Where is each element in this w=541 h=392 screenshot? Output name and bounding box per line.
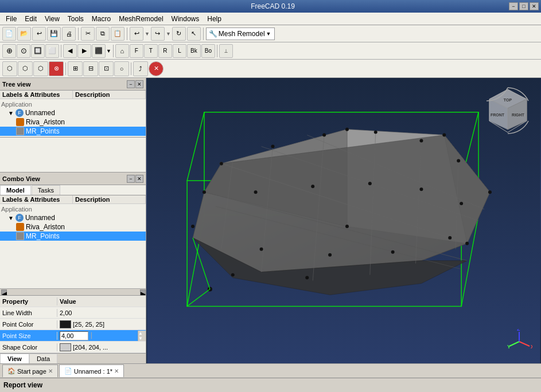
fit-all-button[interactable]: ⊕ (2, 44, 16, 58)
svg-point-41 (488, 190, 492, 194)
ortho-button[interactable]: ⟂ (219, 44, 233, 58)
view-top-button[interactable]: T (144, 44, 158, 58)
svg-line-58 (519, 342, 530, 346)
copy-button[interactable]: ⧉ (96, 27, 110, 41)
view-back-button[interactable]: Bk (187, 44, 201, 58)
menu-item-edit[interactable]: Edit (21, 14, 40, 24)
start-page-icon: 🏠 (7, 367, 15, 375)
cut-button[interactable]: ✂ (81, 27, 95, 41)
scroll-down-btn[interactable]: ▼ (138, 336, 146, 341)
mesh-tool10[interactable]: ✕ (149, 61, 164, 76)
list-item[interactable]: MR_Points (0, 127, 146, 136)
view-left-button[interactable]: L (173, 44, 186, 58)
menu-item-tools[interactable]: Tools (64, 14, 87, 24)
h-scroll-right[interactable]: ▶ (140, 289, 146, 295)
mesh-tool1[interactable]: ⬡ (2, 61, 17, 76)
redo-arrow: ▼ (166, 31, 171, 37)
svg-point-35 (460, 202, 463, 205)
tab-view[interactable]: View (0, 354, 29, 363)
props-row[interactable]: Point Size ▏ ▲ ▼ (0, 330, 146, 342)
view-home-button[interactable]: ⌂ (115, 44, 129, 58)
pointer-button[interactable]: ↖ (187, 27, 201, 41)
close-button[interactable]: ✕ (530, 2, 539, 10)
tree-view-section: Tree view − ✕ Labels & Attributes Descri… (0, 78, 146, 138)
paste-button[interactable]: 📋 (111, 27, 124, 41)
color-swatch (60, 320, 71, 328)
list-item[interactable]: ▼ F Unnamed (0, 108, 146, 117)
menu-bar: FileEditViewToolsMacroMeshRemodelWindows… (0, 13, 541, 25)
section-label: Application (1, 101, 32, 108)
svg-point-33 (368, 182, 372, 185)
back-button[interactable]: ◀ (63, 44, 77, 58)
menu-item-meshremodel[interactable]: MeshRemodel (115, 14, 166, 24)
menu-item-windows[interactable]: Windows (168, 14, 203, 24)
combo-close-btn[interactable]: ✕ (135, 175, 143, 183)
list-item[interactable]: MR_Points (0, 232, 146, 241)
tab-close-unnamed[interactable]: ✕ (114, 368, 119, 374)
list-item[interactable]: Riva_Ariston (0, 117, 146, 127)
mesh-tool5[interactable]: ⊞ (68, 61, 83, 76)
tab-close-start[interactable]: ✕ (48, 368, 53, 374)
h-scrollbar[interactable]: ◀ ▶ (0, 288, 146, 295)
view-right-button[interactable]: R (158, 44, 172, 58)
open-button[interactable]: 📂 (17, 27, 31, 41)
mesh-tool8[interactable]: ○ (114, 61, 129, 76)
menu-item-file[interactable]: File (2, 14, 20, 24)
menu-item-macro[interactable]: Macro (88, 14, 114, 24)
workbench-dropdown[interactable]: 🔧 Mesh Remodel ▼ (206, 28, 275, 40)
prop-col-header: Property (0, 297, 57, 305)
bottom-tabs-bar: 🏠 Start page ✕ 📄 Unnamed : 1* ✕ (0, 363, 541, 378)
refresh-button[interactable]: ↻ (172, 27, 186, 41)
toolbar-main: 📄 📂 ↩ 💾 🖨 ✂ ⧉ 📋 ↩ ▼ ↪ ▼ ↻ ↖ 🔧 Mesh Remod… (0, 25, 541, 42)
draw-style-button[interactable]: 🔲 (31, 44, 45, 58)
tab-start-page[interactable]: 🏠 Start page ✕ (2, 364, 58, 377)
mesh-tool9[interactable]: ⤴ (133, 61, 148, 76)
tree-minimize-btn[interactable]: − (127, 80, 135, 88)
redo-button[interactable]: ↪ (151, 27, 165, 41)
mesh-tool7[interactable]: ⊡ (99, 61, 114, 76)
mesh-tool4[interactable]: ⊗ (49, 61, 64, 76)
minimize-button[interactable]: − (509, 2, 518, 10)
separator1 (78, 28, 79, 40)
menu-item-view[interactable]: View (41, 14, 63, 24)
h-scroll-left[interactable]: ◀ (1, 289, 7, 295)
tree-close-btn[interactable]: ✕ (135, 80, 143, 88)
mesh-tool6[interactable]: ⊟ (83, 61, 98, 76)
3d-viewport[interactable]: TOP RIGHT FRONT X Y Z (146, 78, 541, 363)
nav-cube[interactable]: TOP RIGHT FRONT (484, 87, 532, 135)
scroll-up-btn[interactable]: ▲ (138, 331, 146, 336)
menu-item-help[interactable]: Help (204, 14, 225, 24)
undo-button[interactable]: ↩ (130, 27, 143, 41)
mesh-tool2[interactable]: ⬡ (18, 61, 33, 76)
view-front-button[interactable]: F (130, 44, 143, 58)
combo-minimize-btn[interactable]: − (127, 175, 135, 183)
chevron-down-icon: ▼ (266, 31, 271, 37)
props-scrollbar[interactable]: ▲ ▼ (138, 331, 146, 341)
mesh-tool3[interactable]: ⬡ (33, 61, 48, 76)
view-menu-button[interactable]: ⬛ (92, 44, 106, 58)
svg-point-39 (391, 250, 395, 254)
list-item[interactable]: ▼ F Unnamed (0, 213, 146, 222)
forward-button[interactable]: ▶ (77, 44, 91, 58)
view-bottom-button[interactable]: Bo (201, 44, 215, 58)
nav-cube-svg: TOP RIGHT FRONT (484, 87, 532, 135)
svg-point-47 (231, 273, 235, 277)
tab-unnamed[interactable]: 📄 Unnamed : 1* ✕ (59, 364, 124, 377)
print-button[interactable]: 🖨 (62, 27, 76, 41)
point-size-input[interactable] (60, 331, 88, 340)
tab-model[interactable]: Model (0, 185, 31, 195)
sep5 (113, 45, 114, 57)
list-item[interactable]: Riva_Ariston (0, 222, 146, 232)
combo-riva-label: Riva_Ariston (26, 223, 65, 231)
prop-value-editable[interactable]: ▏ (57, 331, 138, 341)
tab-tasks[interactable]: Tasks (32, 185, 60, 195)
save-button[interactable]: 💾 (47, 27, 61, 41)
combo-expand-icon: ▼ (8, 215, 14, 221)
wireframe-button[interactable]: ⬜ (45, 44, 59, 58)
new-button[interactable]: 📄 (2, 27, 16, 41)
revert-button[interactable]: ↩ (32, 27, 46, 41)
fit-selection-button[interactable]: ⊙ (17, 44, 30, 58)
maximize-button[interactable]: □ (519, 2, 528, 10)
tab-data[interactable]: Data (29, 354, 57, 363)
svg-point-27 (374, 131, 377, 134)
